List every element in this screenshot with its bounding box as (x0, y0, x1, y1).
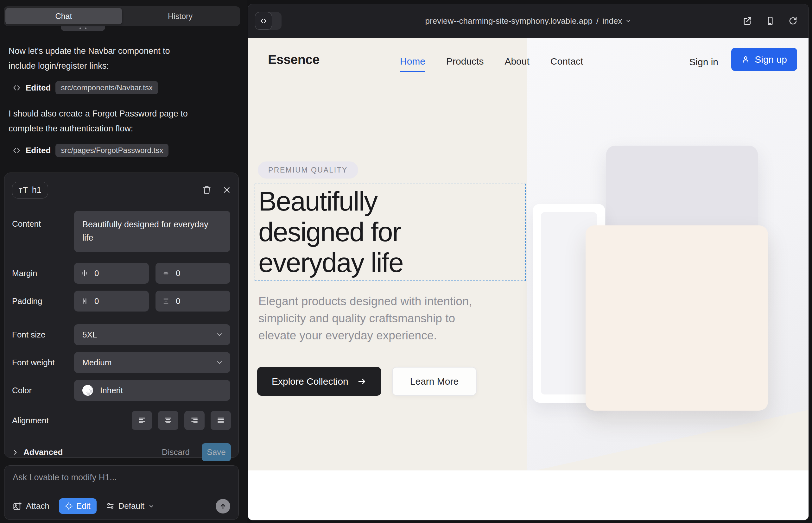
model-selector[interactable]: Default (106, 501, 155, 511)
nav-link-home[interactable]: Home (400, 56, 425, 72)
chevron-down-icon (148, 503, 155, 509)
sliders-icon (106, 502, 114, 510)
message-line: complete the authentication flow: (8, 121, 235, 136)
paragraph-line: Elegant products designed with intention… (259, 293, 472, 310)
composer-toolbar: Attach Edit Default (13, 498, 230, 514)
align-left-button[interactable] (132, 411, 152, 430)
edited-label: Edited (26, 83, 51, 93)
type-icon: тT (19, 185, 28, 195)
chevron-down-icon (216, 331, 223, 339)
sign-up-button[interactable]: Sign up (731, 48, 797, 71)
assistant-message: I should also create a Forgot Password p… (8, 106, 235, 136)
sign-up-label: Sign up (755, 54, 787, 65)
edited-label: Edited (26, 146, 51, 156)
font-weight-value: Medium (82, 358, 111, 367)
send-button[interactable] (216, 499, 230, 513)
site-logo[interactable]: Essence (268, 52, 320, 67)
padding-label: Padding (12, 296, 74, 306)
margin-x-value: 0 (94, 269, 99, 278)
color-label: Color (12, 385, 74, 395)
explore-collection-label: Explore Collection (272, 376, 348, 387)
preview-window: preview--charming-site-symphony.lovable.… (248, 4, 809, 521)
nav-links: Home Products About Contact (400, 56, 583, 72)
padding-y-value: 0 (176, 296, 180, 306)
file-chip[interactable]: src/components/Navbar.tsx (55, 81, 158, 94)
page-name: index (602, 16, 622, 26)
heading-line: designed for (259, 217, 403, 247)
arrow-right-icon (357, 377, 367, 386)
message-line: include login/register links: (8, 58, 235, 73)
padding-vertical-icon (162, 297, 170, 305)
align-right-button[interactable] (184, 411, 205, 430)
decorative-card-cream (586, 226, 768, 411)
font-weight-select[interactable]: Medium (74, 352, 230, 373)
sidebar-tabbar: Chat History (4, 6, 240, 26)
paragraph-line: simplicity and quality craftsmanship to (259, 310, 472, 327)
margin-horizontal-icon (81, 269, 89, 277)
nav-link-about[interactable]: About (505, 56, 529, 72)
sign-in-link[interactable]: Sign in (689, 57, 718, 68)
hero-heading[interactable]: Beautifully designed for everyday life (259, 186, 403, 278)
content-input[interactable]: Beautifully designed for everyday life (74, 211, 230, 252)
element-editor-panel: тT h1 Content Beautifully designed for e… (4, 173, 239, 458)
color-select[interactable]: Inherit (74, 380, 230, 401)
element-tag-pill[interactable]: тT h1 (12, 182, 48, 198)
chat-input[interactable] (13, 473, 230, 483)
topbar-actions (743, 4, 798, 38)
edit-mode-button[interactable]: Edit (59, 498, 96, 514)
margin-x-input[interactable]: 0 (74, 263, 149, 284)
open-external-button[interactable] (743, 16, 752, 26)
heading-line: everyday life (259, 247, 403, 278)
close-editor-button[interactable] (223, 186, 231, 194)
margin-y-value: 0 (176, 269, 180, 278)
margin-label: Margin (12, 269, 74, 278)
explore-collection-button[interactable]: Explore Collection (257, 367, 381, 396)
font-size-label: Font size (12, 330, 74, 340)
save-button[interactable]: Save (202, 443, 231, 461)
url-bar[interactable]: preview--charming-site-symphony.lovable.… (425, 4, 632, 38)
tab-chat[interactable]: Chat (5, 8, 122, 24)
content-label: Content (12, 211, 74, 229)
color-value: Inherit (100, 385, 123, 395)
paragraph-line: elevate your everyday experience. (259, 327, 472, 344)
font-size-select[interactable]: 5XL (74, 324, 230, 345)
code-icon (12, 84, 21, 92)
refresh-button[interactable] (788, 16, 798, 26)
edited-file-row: Edited src/components/Navbar.tsx (12, 81, 235, 94)
hero-actions: Explore Collection Learn More (257, 367, 477, 396)
edited-file-row: Edited src/pages/ForgotPassword.tsx (12, 144, 235, 157)
preview-url: preview--charming-site-symphony.lovable.… (425, 16, 593, 26)
url-separator: / (596, 16, 599, 26)
advanced-toggle[interactable]: Advanced (12, 447, 63, 457)
padding-horizontal-icon (81, 297, 89, 305)
element-tag: h1 (32, 185, 41, 195)
message-line: I should also create a Forgot Password p… (8, 106, 235, 121)
attach-button[interactable]: Attach (13, 501, 49, 511)
next-section-background (248, 470, 809, 520)
align-justify-button[interactable] (211, 411, 231, 430)
mobile-view-button[interactable] (765, 16, 775, 26)
margin-vertical-icon (162, 269, 170, 277)
padding-x-input[interactable]: 0 (74, 291, 149, 311)
chevron-right-icon (12, 449, 18, 455)
message-line: Now let's update the Navbar component to (8, 44, 235, 58)
assistant-message: Now let's update the Navbar component to… (8, 44, 235, 73)
attach-label: Attach (26, 501, 49, 511)
target-icon (65, 502, 73, 510)
margin-y-input[interactable]: 0 (156, 263, 230, 284)
nav-link-contact[interactable]: Contact (550, 56, 583, 72)
nav-link-products[interactable]: Products (446, 56, 483, 72)
alignment-group (74, 411, 231, 430)
padding-y-input[interactable]: 0 (156, 291, 230, 311)
code-view-toggle[interactable] (255, 12, 282, 30)
learn-more-button[interactable]: Learn More (392, 367, 477, 396)
font-size-value: 5XL (82, 330, 97, 340)
delete-element-button[interactable] (202, 185, 211, 194)
file-chip[interactable]: src/pages/ForgotPassword.tsx (55, 144, 169, 157)
align-center-button[interactable] (158, 411, 178, 430)
tab-history[interactable]: History (122, 8, 239, 24)
site-preview: Essence Home Products About Contact Sign… (248, 38, 809, 520)
discard-button[interactable]: Discard (162, 447, 190, 457)
preview-topbar: preview--charming-site-symphony.lovable.… (248, 4, 809, 38)
image-plus-icon (13, 502, 22, 511)
